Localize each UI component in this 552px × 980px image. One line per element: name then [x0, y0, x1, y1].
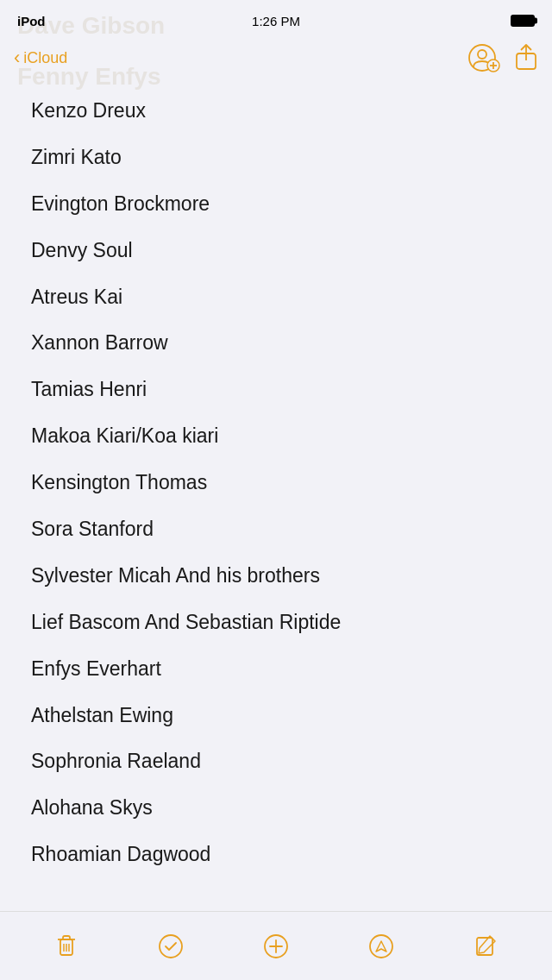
list-item[interactable]: Lief Bascom And Sebastian Riptide — [0, 600, 552, 646]
compose-icon — [472, 933, 499, 960]
list-item[interactable]: Sora Stanford — [0, 506, 552, 553]
plus-icon — [262, 933, 290, 960]
list-item[interactable]: Evington Brockmore — [0, 181, 552, 228]
navigation-bar: ‹ iCloud — [0, 38, 552, 81]
back-chevron-icon: ‹ — [14, 48, 20, 67]
add-person-button[interactable] — [467, 41, 500, 74]
list-item[interactable]: Tamias Henri — [0, 367, 552, 413]
add-person-icon — [467, 41, 500, 74]
status-bar: iPod 1:26 PM — [0, 0, 552, 38]
list-item[interactable]: Kensington Thomas — [0, 460, 552, 506]
back-button[interactable]: ‹ iCloud — [14, 48, 67, 67]
svg-point-11 — [160, 935, 182, 958]
time-label: 1:26 PM — [252, 14, 300, 28]
svg-point-1 — [478, 50, 486, 59]
send-icon — [367, 933, 395, 960]
add-button[interactable] — [254, 925, 298, 968]
trash-icon — [53, 933, 80, 960]
list-item[interactable]: Enfys Everhart — [0, 646, 552, 693]
compose-button[interactable] — [464, 925, 507, 968]
delete-button[interactable] — [45, 925, 88, 968]
list-item[interactable]: Makoa Kiari/Koa kiari — [0, 413, 552, 460]
done-button[interactable] — [149, 925, 192, 968]
list-item[interactable]: Denvy Soul — [0, 228, 552, 274]
checkmark-icon — [157, 933, 185, 960]
carrier-label: iPod — [17, 14, 46, 28]
list-item[interactable]: Alohana Skys — [0, 785, 552, 832]
back-label: iCloud — [23, 49, 67, 67]
battery-icon — [511, 15, 535, 27]
list-item[interactable]: Atreus Kai — [0, 274, 552, 321]
list-item[interactable]: Xannon Barrow — [0, 320, 552, 367]
share-button[interactable] — [514, 43, 538, 72]
list-item[interactable]: Sophronia Raeland — [0, 738, 552, 785]
svg-point-15 — [370, 935, 392, 958]
list-item[interactable]: Rhoamian Dagwood — [0, 832, 552, 878]
nav-icons-group — [467, 41, 538, 74]
battery-container — [511, 15, 535, 27]
list-item[interactable]: Athelstan Ewing — [0, 693, 552, 739]
list-item[interactable]: Kenzo Dreux — [0, 88, 552, 135]
share-icon — [514, 43, 538, 72]
notes-list: Kenzo Dreux Zimri Kato Evington Brockmor… — [0, 81, 552, 911]
send-button[interactable] — [360, 925, 403, 968]
list-item-sylvester[interactable]: Sylvester Micah And his brothers — [0, 553, 552, 600]
bottom-toolbar — [0, 911, 552, 980]
list-item[interactable]: Zimri Kato — [0, 135, 552, 181]
